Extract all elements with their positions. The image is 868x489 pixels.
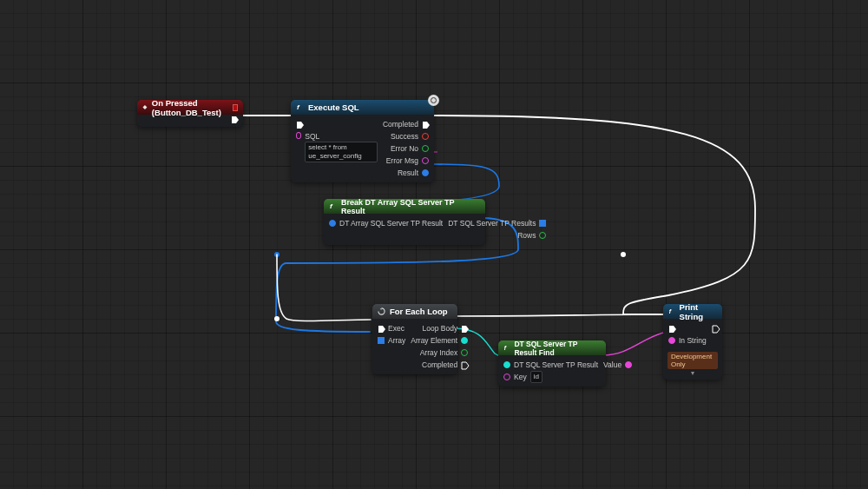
node-break-dt-array[interactable]: f Break DT Array SQL Server TP Result DT…: [324, 199, 485, 245]
arrayelement-label: Array Element: [411, 336, 457, 345]
errormsg-pin-icon[interactable]: [422, 157, 429, 164]
node-title: For Each Loop: [390, 307, 448, 316]
node-header[interactable]: For Each Loop: [372, 304, 457, 319]
loopbody-label: Loop Body: [423, 324, 458, 333]
array-in-pin-icon[interactable]: [378, 337, 385, 344]
arrayindex-pin-icon[interactable]: [461, 349, 468, 356]
key-value-input[interactable]: id: [530, 371, 542, 383]
struct-in-label: DT Array SQL Server TP Result: [339, 219, 443, 228]
function-f-icon: f: [296, 103, 304, 111]
svg-point-0: [621, 252, 626, 257]
node-title: DT SQL Server TP Result Find: [514, 340, 601, 357]
value-out-pin-icon[interactable]: [625, 361, 632, 368]
success-label: Success: [391, 132, 418, 141]
node-header[interactable]: f Break DT Array SQL Server TP Result: [324, 199, 485, 214]
expand-node-caret-icon[interactable]: ▾: [667, 369, 718, 377]
node-title: Break DT Array SQL Server TP Result: [341, 198, 480, 215]
node-header[interactable]: On Pressed (Button_DB_Test): [137, 100, 243, 115]
exec-out-pin-icon[interactable]: [712, 325, 719, 332]
result-in-pin-icon[interactable]: [503, 361, 510, 368]
function-f-icon: f: [503, 344, 510, 352]
completed-exec-pin-icon[interactable]: [461, 361, 468, 368]
function-f-icon: f: [668, 307, 675, 315]
result-label: Result: [398, 169, 418, 177]
errorno-pin-icon[interactable]: [422, 145, 429, 152]
node-for-each-loop[interactable]: For Each Loop Exec Array Loop Body Array…: [372, 304, 457, 374]
node-title: Print String: [680, 302, 717, 321]
svg-text:f: f: [504, 345, 507, 351]
node-on-pressed[interactable]: On Pressed (Button_DB_Test): [137, 100, 243, 127]
completed-label: Completed: [422, 360, 457, 369]
node-title: Execute SQL: [308, 102, 359, 112]
errormsg-label: Error Msg: [386, 156, 418, 165]
exec-in-pin-icon[interactable]: [668, 325, 675, 332]
key-in-pin-icon[interactable]: [503, 373, 510, 380]
struct-in-pin-icon[interactable]: [329, 220, 336, 227]
completed-label: Completed: [383, 120, 418, 129]
result-in-label: DT SQL Server TP Result: [514, 360, 598, 369]
event-diamond-icon: [142, 103, 148, 111]
sql-value-input[interactable]: select * from ue_server_config: [305, 142, 378, 162]
node-header[interactable]: f DT SQL Server TP Result Find: [498, 340, 606, 355]
svg-text:f: f: [669, 308, 672, 314]
exec-in-pin-icon[interactable]: [378, 325, 385, 332]
value-out-label: Value: [603, 360, 621, 369]
key-in-label: Key: [514, 373, 527, 381]
exec-out-pin-icon[interactable]: [231, 116, 238, 122]
arrayelement-pin-icon[interactable]: [461, 337, 468, 344]
completed-exec-pin-icon[interactable]: [422, 121, 429, 128]
svg-text:f: f: [330, 202, 333, 210]
function-f-icon: f: [329, 202, 337, 210]
node-result-find[interactable]: f DT SQL Server TP Result Find DT SQL Se…: [498, 340, 606, 387]
svg-text:f: f: [297, 103, 300, 111]
results-out-label: DT SQL Server TP Results: [448, 219, 536, 228]
node-header[interactable]: f Execute SQL: [291, 100, 434, 115]
latent-clock-icon: [428, 95, 439, 106]
node-header[interactable]: f Print String: [663, 304, 722, 319]
svg-point-1: [274, 252, 279, 257]
result-pin-icon[interactable]: [422, 169, 429, 176]
array-in-label: Array: [388, 336, 405, 345]
exec-in-pin-icon[interactable]: [296, 121, 303, 128]
instring-pin-icon[interactable]: [668, 337, 675, 344]
exec-in-label: Exec: [388, 324, 404, 333]
node-print-string[interactable]: f Print String In String Development Onl…: [663, 304, 722, 380]
rows-out-label: Rows: [517, 231, 536, 240]
instring-label: In String: [679, 336, 707, 345]
delegate-pin-icon[interactable]: [233, 104, 238, 111]
loopbody-exec-pin-icon[interactable]: [461, 325, 468, 332]
arrayindex-label: Array Index: [420, 348, 457, 357]
sql-in-pin-icon[interactable]: [296, 132, 301, 139]
sql-label: SQL: [305, 132, 378, 141]
errorno-label: Error No: [391, 144, 418, 153]
dev-only-badge: Development Only: [667, 352, 718, 369]
svg-rect-3: [142, 105, 147, 109]
rows-pin-icon[interactable]: [539, 232, 546, 239]
loop-icon: [378, 307, 385, 315]
node-execute-sql[interactable]: f Execute SQL SQL select * from ue_serve…: [291, 100, 434, 182]
node-title: On Pressed (Button_DB_Test): [152, 98, 228, 117]
success-pin-icon[interactable]: [422, 133, 429, 140]
results-array-pin-icon[interactable]: [539, 220, 546, 227]
svg-point-2: [274, 316, 279, 321]
